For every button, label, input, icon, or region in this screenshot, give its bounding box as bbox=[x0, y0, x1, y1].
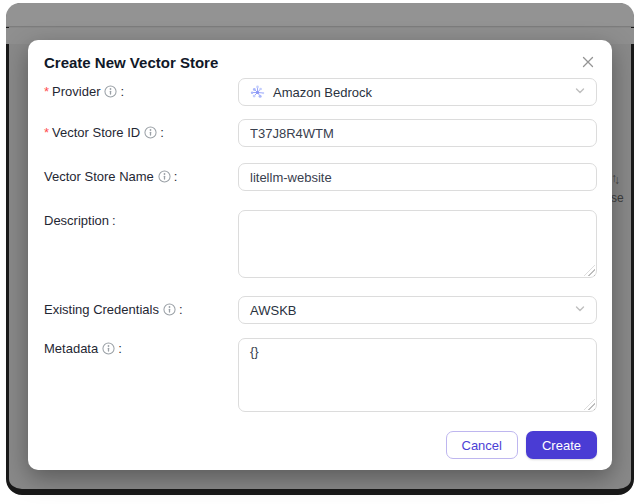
vector-store-name-input[interactable] bbox=[238, 163, 597, 191]
description-field-wrap bbox=[238, 210, 597, 278]
create-button[interactable]: Create bbox=[526, 431, 597, 459]
metadata-label: Metadata : bbox=[44, 341, 122, 356]
close-icon[interactable] bbox=[577, 51, 599, 73]
provider-label-text: Provider bbox=[52, 84, 100, 99]
cancel-button[interactable]: Cancel bbox=[446, 431, 518, 459]
info-icon[interactable] bbox=[144, 126, 157, 139]
screen: ↑↓ se Create New Vector Store * Provider… bbox=[0, 0, 640, 504]
metadata-label-text: Metadata bbox=[44, 341, 98, 356]
vector-store-id-label: * Vector Store ID : bbox=[44, 125, 164, 140]
existing-credentials-select[interactable]: AWSKB bbox=[238, 296, 597, 324]
modal-title: Create New Vector Store bbox=[44, 54, 218, 71]
required-mark: * bbox=[44, 84, 49, 99]
vector-store-id-label-text: Vector Store ID bbox=[52, 125, 140, 140]
dimmed-page-header bbox=[6, 3, 634, 27]
vector-store-id-input[interactable] bbox=[238, 119, 597, 147]
info-icon[interactable] bbox=[104, 85, 117, 98]
info-icon[interactable] bbox=[158, 170, 171, 183]
existing-credentials-value: AWSKB bbox=[250, 303, 296, 318]
create-vector-store-modal: Create New Vector Store * Provider : bbox=[28, 40, 612, 470]
provider-value: Amazon Bedrock bbox=[273, 85, 372, 100]
obscured-background-text: se bbox=[611, 191, 624, 205]
vector-store-name-label: Vector Store Name : bbox=[44, 169, 177, 184]
existing-credentials-label: Existing Credentials : bbox=[44, 302, 183, 317]
description-label: Description : bbox=[44, 213, 116, 228]
vector-store-name-label-text: Vector Store Name bbox=[44, 169, 154, 184]
existing-credentials-label-text: Existing Credentials bbox=[44, 302, 159, 317]
metadata-textarea[interactable]: {} bbox=[238, 338, 597, 412]
modal-footer: Cancel Create bbox=[446, 431, 598, 459]
info-icon[interactable] bbox=[163, 303, 176, 316]
provider-select[interactable]: Amazon Bedrock bbox=[238, 78, 597, 106]
description-textarea[interactable] bbox=[238, 210, 597, 278]
chevron-down-icon bbox=[574, 303, 586, 318]
bedrock-icon bbox=[250, 85, 265, 100]
info-icon[interactable] bbox=[102, 342, 115, 355]
chevron-down-icon bbox=[574, 85, 586, 100]
description-label-text: Description bbox=[44, 213, 109, 228]
provider-label: * Provider : bbox=[44, 84, 124, 99]
metadata-field-wrap: {} bbox=[238, 338, 597, 412]
required-mark: * bbox=[44, 125, 49, 140]
